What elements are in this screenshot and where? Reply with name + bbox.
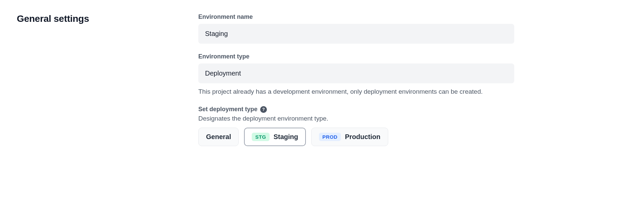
environment-type-group: Environment type Deployment This project… xyxy=(198,53,514,96)
option-label: Production xyxy=(345,133,380,141)
prod-badge: PROD xyxy=(319,133,341,141)
option-label: General xyxy=(206,133,231,141)
environment-name-input[interactable] xyxy=(198,24,514,44)
environment-type-help: This project already has a development e… xyxy=(198,87,514,96)
environment-name-label: Environment name xyxy=(198,13,514,20)
help-icon[interactable]: ? xyxy=(260,106,267,113)
deployment-type-options: General STG Staging PROD Production xyxy=(198,128,514,146)
environment-name-group: Environment name xyxy=(198,13,514,44)
deployment-type-group: Set deployment type ? Designates the dep… xyxy=(198,106,514,146)
deployment-type-option-production[interactable]: PROD Production xyxy=(311,128,388,146)
stg-badge: STG xyxy=(252,133,269,141)
deployment-type-description: Designates the deployment environment ty… xyxy=(198,115,514,122)
deployment-type-option-general[interactable]: General xyxy=(198,128,239,146)
deployment-type-label: Set deployment type xyxy=(198,106,257,113)
option-label: Staging xyxy=(274,133,298,141)
environment-type-value: Deployment xyxy=(198,63,514,83)
page-title: General settings xyxy=(17,13,185,24)
environment-type-label: Environment type xyxy=(198,53,514,60)
deployment-type-option-staging[interactable]: STG Staging xyxy=(244,128,306,146)
